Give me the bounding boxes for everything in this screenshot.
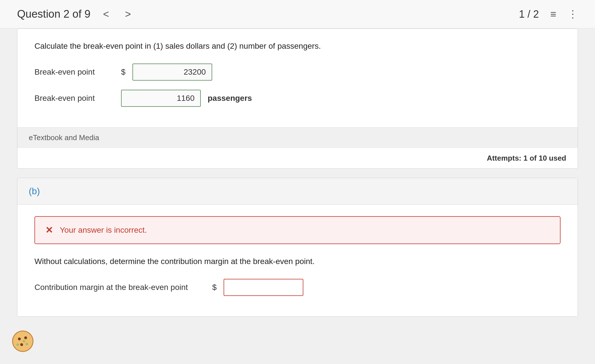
etextbook-label: eTextbook and Media <box>29 133 99 142</box>
error-icon: ✕ <box>45 225 53 236</box>
etextbook-bar[interactable]: eTextbook and Media <box>17 127 578 148</box>
part-b-body: ✕ Your answer is incorrect. Without calc… <box>17 205 578 316</box>
currency-symbol-2: $ <box>212 283 217 292</box>
main-content: Calculate the break-even point in (1) sa… <box>0 28 595 317</box>
break-even-dollars-input[interactable] <box>132 64 212 81</box>
part-b-card: (b) ✕ Your answer is incorrect. Without … <box>17 178 578 317</box>
part-a-body: Calculate the break-even point in (1) sa… <box>17 29 578 127</box>
svg-point-4 <box>17 344 19 345</box>
svg-point-5 <box>26 343 28 345</box>
passengers-unit-label: passengers <box>208 94 252 103</box>
break-even-dollars-row: Break-even point $ <box>34 64 561 81</box>
part-b-label: (b) <box>29 186 40 196</box>
svg-point-3 <box>20 343 23 346</box>
break-even-passengers-input[interactable] <box>121 90 201 107</box>
next-button[interactable]: > <box>122 6 134 23</box>
prev-button[interactable]: < <box>100 6 113 23</box>
break-even-passengers-row: Break-even point passengers <box>34 90 561 107</box>
list-icon[interactable]: ≡ <box>550 8 556 20</box>
svg-point-0 <box>13 331 33 351</box>
more-menu-icon[interactable]: ⋮ <box>568 8 578 20</box>
svg-point-2 <box>24 336 27 339</box>
question-title: Question 2 of 9 <box>17 8 91 20</box>
instruction-text: Calculate the break-even point in (1) sa… <box>34 40 561 52</box>
contribution-margin-label: Contribution margin at the break-even po… <box>34 283 205 292</box>
header-right: 1 / 2 ≡ ⋮ <box>519 8 578 20</box>
svg-point-1 <box>18 338 21 340</box>
break-even-passengers-label: Break-even point <box>34 94 114 103</box>
contribution-margin-input[interactable] <box>224 279 303 296</box>
header-left: Question 2 of 9 < > <box>17 6 134 23</box>
error-alert: ✕ Your answer is incorrect. <box>34 216 561 244</box>
break-even-dollars-label: Break-even point <box>34 68 114 77</box>
cookie-icon <box>11 330 34 353</box>
currency-symbol-1: $ <box>121 68 126 77</box>
contribution-margin-row: Contribution margin at the break-even po… <box>34 279 561 296</box>
part-b-question: Without calculations, determine the cont… <box>34 255 561 267</box>
page-indicator: 1 / 2 <box>519 8 539 20</box>
part-a-card: Calculate the break-even point in (1) sa… <box>17 28 578 169</box>
attempts-row: Attempts: 1 of 10 used <box>17 148 578 168</box>
error-message: Your answer is incorrect. <box>60 226 147 235</box>
attempts-label: Attempts: 1 of 10 used <box>487 154 566 162</box>
svg-point-6 <box>23 340 25 342</box>
header: Question 2 of 9 < > 1 / 2 ≡ ⋮ <box>0 0 595 28</box>
part-b-header: (b) <box>17 178 578 205</box>
